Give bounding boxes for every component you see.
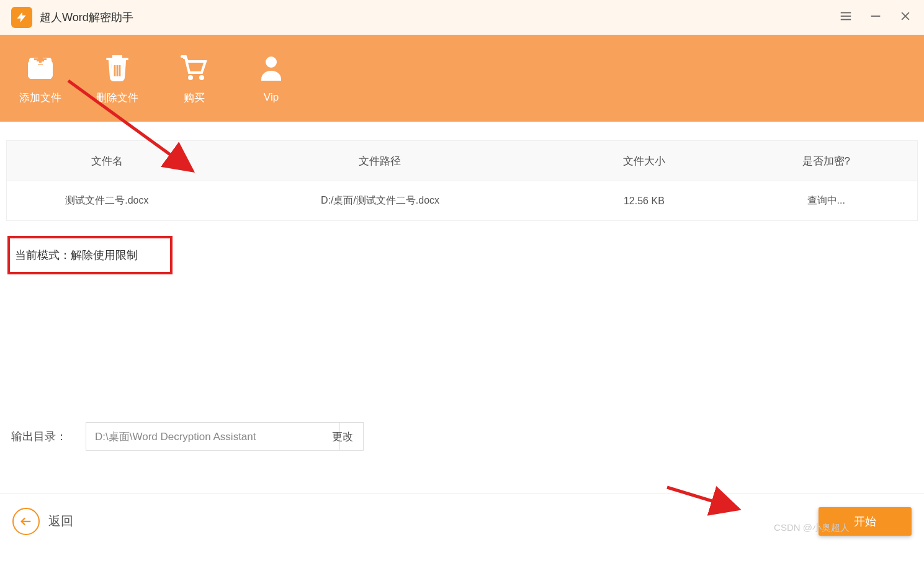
header-encrypted: 是否加密? xyxy=(735,154,917,168)
svg-point-20 xyxy=(266,56,277,68)
close-icon[interactable] xyxy=(898,10,913,25)
output-label: 输出目录： xyxy=(11,429,67,444)
add-file-button[interactable]: 添加文件 xyxy=(19,52,62,105)
table-header: 文件名 文件路径 文件大小 是否加密? xyxy=(7,141,917,181)
table-row[interactable]: 测试文件二号.docx D:/桌面/测试文件二号.docx 12.56 KB 查… xyxy=(7,181,917,220)
current-mode-box: 当前模式：解除使用限制 xyxy=(7,236,173,274)
buy-label: 购买 xyxy=(184,91,205,105)
cell-filesize: 12.56 KB xyxy=(553,196,735,207)
add-file-label: 添加文件 xyxy=(19,91,61,105)
vip-button[interactable]: Vip xyxy=(249,53,293,104)
menu-icon[interactable] xyxy=(838,9,853,25)
buy-button[interactable]: 购买 xyxy=(173,52,216,105)
header-filesize: 文件大小 xyxy=(553,154,735,168)
titlebar-left: 超人Word解密助手 xyxy=(11,7,133,28)
watermark-text: CSDN @小奥超人 xyxy=(774,522,850,534)
output-row: 输出目录： D:\桌面\Word Decryption Assistant 更改 xyxy=(11,422,364,451)
output-path-input[interactable]: D:\桌面\Word Decryption Assistant xyxy=(86,422,340,451)
trash-icon xyxy=(102,52,132,83)
app-title: 超人Word解密助手 xyxy=(40,10,133,25)
current-mode-label: 当前模式：解除使用限制 xyxy=(15,248,138,263)
header-filename: 文件名 xyxy=(7,154,207,168)
back-button[interactable]: 返回 xyxy=(12,508,73,535)
cell-encrypted: 查询中... xyxy=(735,194,917,207)
cart-icon xyxy=(179,52,209,83)
footer-bar: 返回 开始 xyxy=(0,493,924,549)
svg-rect-16 xyxy=(117,65,119,76)
header-filepath: 文件路径 xyxy=(207,154,553,168)
cell-filepath: D:/桌面/测试文件二号.docx xyxy=(207,194,553,207)
change-output-button[interactable]: 更改 xyxy=(321,422,364,451)
app-logo xyxy=(11,7,32,28)
table-body: 测试文件二号.docx D:/桌面/测试文件二号.docx 12.56 KB 查… xyxy=(7,181,917,220)
delete-file-button[interactable]: 删除文件 xyxy=(96,52,139,105)
add-file-icon xyxy=(25,52,55,83)
window-controls xyxy=(838,9,913,25)
back-label: 返回 xyxy=(48,513,73,530)
svg-rect-15 xyxy=(114,65,116,76)
minimize-icon[interactable] xyxy=(868,9,883,25)
vip-label: Vip xyxy=(264,91,279,104)
bolt-icon xyxy=(16,11,28,24)
user-icon xyxy=(256,53,286,84)
title-bar: 超人Word解密助手 xyxy=(0,0,924,35)
main-toolbar: 添加文件 删除文件 购买 Vip xyxy=(0,35,924,122)
back-arrow-icon xyxy=(12,508,40,535)
svg-point-19 xyxy=(199,75,204,80)
delete-file-label: 删除文件 xyxy=(96,91,138,105)
file-table: 文件名 文件路径 文件大小 是否加密? 测试文件二号.docx D:/桌面/测试… xyxy=(6,140,918,221)
cell-filename: 测试文件二号.docx xyxy=(7,194,207,207)
svg-rect-17 xyxy=(119,65,121,76)
svg-point-18 xyxy=(188,75,193,80)
